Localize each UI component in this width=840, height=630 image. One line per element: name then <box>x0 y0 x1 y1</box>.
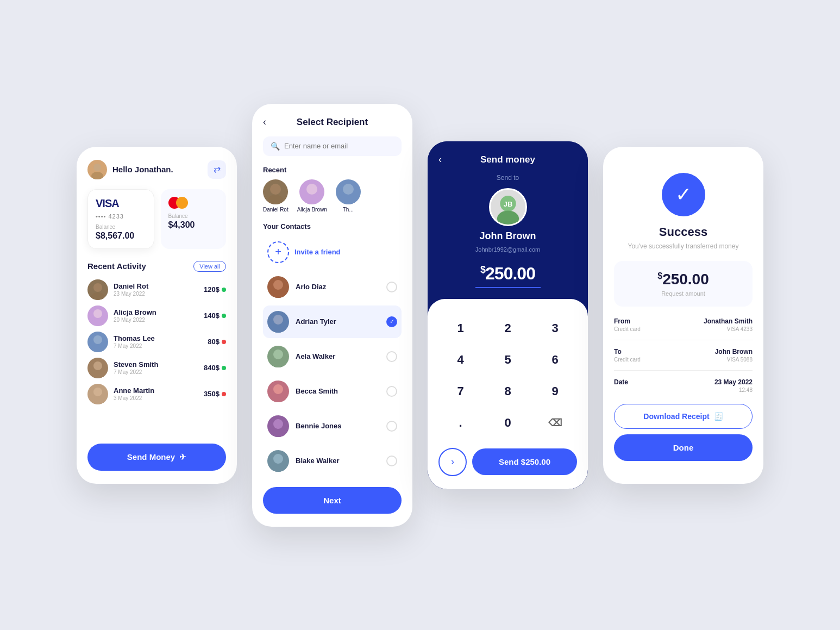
radio-becca[interactable] <box>386 386 397 397</box>
send-money-button[interactable]: Send Money ✈ <box>87 444 226 471</box>
recent-contacts: Daniel Rot Alicja Brown Th... <box>263 179 402 213</box>
activity-avatar-thomas <box>87 332 108 352</box>
numpad-6[interactable]: 6 <box>533 346 577 374</box>
detail-date-right: 23 May 2022 12:48 <box>714 378 753 393</box>
date-label: Date <box>614 378 628 386</box>
contact-name-bennie: Bennie Jones <box>296 422 380 430</box>
contact-item-blake[interactable]: Blake Walker <box>263 445 402 477</box>
visa-balance-label: Balance <box>96 224 146 230</box>
visa-card[interactable]: VISA •••• 4233 Balance $8,567.00 <box>87 189 154 249</box>
contact-item-aela[interactable]: Aela Walker <box>263 340 402 373</box>
download-receipt-button[interactable]: Download Receipt 🧾 <box>614 404 753 429</box>
svg-point-7 <box>91 345 104 352</box>
radio-adrian[interactable] <box>386 316 397 327</box>
activity-item: Daniel Rot 23 May 2022 120$ <box>87 279 226 300</box>
back-button-white[interactable]: ‹ <box>438 154 442 165</box>
numpad-delete[interactable]: ⌫ <box>533 409 577 437</box>
recent-contact-thomas[interactable]: Th... <box>336 179 361 213</box>
success-subtitle: You've successfully transferred money <box>628 242 739 250</box>
numpad-1[interactable]: 1 <box>438 314 482 342</box>
activity-list: Daniel Rot 23 May 2022 120$ Alicja Brown… <box>87 279 226 434</box>
svg-point-27 <box>271 429 285 437</box>
mc-balance-value: $4,300 <box>168 220 219 230</box>
svg-point-17 <box>341 195 356 204</box>
from-value: Jonathan Smith <box>704 317 753 325</box>
svg-point-25 <box>271 394 285 402</box>
activity-amount: 140$ <box>204 311 226 320</box>
activity-item: Thomas Lee 7 May 2022 80$ <box>87 332 226 352</box>
detail-to-right: John Brown VISA 5088 <box>715 348 753 363</box>
detail-row-to: To Credit card John Brown VISA 5088 <box>614 348 753 363</box>
visa-logo: VISA <box>96 197 146 210</box>
back-button[interactable]: ‹ <box>263 116 266 128</box>
contact-item-adrian[interactable]: Adrian Tyler <box>263 305 402 338</box>
svg-point-22 <box>273 350 283 359</box>
screen2-title: Select Recipient <box>297 117 368 128</box>
recipient-info: JB John Brown Johnbr1992@gmail.com <box>438 188 577 253</box>
download-icon: 🧾 <box>714 412 723 421</box>
numpad-4[interactable]: 4 <box>438 346 482 374</box>
contact-item-becca[interactable]: Becca Smith <box>263 375 402 408</box>
transfer-icon[interactable]: ⇄ <box>208 160 226 179</box>
card-dots: •••• 4233 <box>96 213 146 220</box>
amount-card: $250.00 Request amount <box>614 261 753 307</box>
detail-date-left: Date <box>614 378 628 386</box>
contact-name-aela: Aela Walker <box>296 352 380 360</box>
activity-avatar-daniel <box>87 279 108 300</box>
numpad-dot[interactable]: . <box>438 409 482 437</box>
activity-amount: 80$ <box>208 338 226 346</box>
numpad-0[interactable]: 0 <box>486 409 530 437</box>
invite-icon: + <box>267 241 289 263</box>
send-money-label: Send Money <box>127 452 175 461</box>
mc-card[interactable]: Balance $4,300 <box>161 189 227 249</box>
activity-date: 3 May 2022 <box>114 395 198 401</box>
numpad-2[interactable]: 2 <box>486 314 530 342</box>
recent-contact-alicja[interactable]: Alicja Brown <box>297 179 327 213</box>
numpad-3[interactable]: 3 <box>533 314 577 342</box>
numpad-8[interactable]: 8 <box>486 377 530 406</box>
screen-dashboard: Hello Jonathan. ⇄ VISA •••• 4233 Balance… <box>77 147 237 484</box>
contact-item-arlo[interactable]: Arlo Diaz <box>263 271 402 303</box>
radio-arlo[interactable] <box>386 282 397 292</box>
visa-balance-value: $8,567.00 <box>96 231 146 241</box>
view-all-button[interactable]: View all <box>193 261 226 272</box>
svg-point-20 <box>273 315 283 325</box>
date-sub: 12:48 <box>739 387 753 393</box>
radio-bennie[interactable] <box>386 421 397 432</box>
detail-rows: From Credit card Jonathan Smith VISA 423… <box>614 317 753 393</box>
contact-name-blake: Blake Walker <box>296 457 380 465</box>
radio-aela[interactable] <box>386 351 397 362</box>
numpad-9[interactable]: 9 <box>533 377 577 406</box>
send-arrow-button[interactable]: › <box>438 448 467 476</box>
header-left: Hello Jonathan. <box>87 160 173 179</box>
activity-date: 7 May 2022 <box>114 343 202 349</box>
contact-item-invite[interactable]: + Invite a friend <box>263 236 402 269</box>
next-button[interactable]: Next <box>263 487 402 514</box>
numpad-5[interactable]: 5 <box>486 346 530 374</box>
recent-avatar-daniel <box>263 179 288 204</box>
recent-label: Recent <box>263 166 402 174</box>
credit-dot <box>222 366 226 370</box>
contact-item-bennie[interactable]: Bennie Jones <box>263 410 402 442</box>
svg-point-4 <box>93 309 102 318</box>
numpad: 1 2 3 4 5 6 7 8 9 . 0 ⌫ <box>438 314 577 437</box>
screen3-title: Send money <box>480 154 535 165</box>
detail-row-date: Date 23 May 2022 12:48 <box>614 378 753 393</box>
recipient-name: John Brown <box>480 230 536 242</box>
numpad-7[interactable]: 7 <box>438 377 482 406</box>
activity-item: Anne Martin 3 May 2022 350$ <box>87 384 226 404</box>
recent-contact-daniel[interactable]: Daniel Rot <box>263 179 289 213</box>
done-button[interactable]: Done <box>614 434 753 461</box>
activity-date: 23 May 2022 <box>114 291 198 297</box>
radio-blake[interactable] <box>386 456 397 466</box>
detail-from-left: From Credit card <box>614 317 641 332</box>
send-main-button[interactable]: Send $250.00 <box>472 448 577 475</box>
amount-value: 250.00 <box>485 264 535 283</box>
search-icon: 🔍 <box>271 142 280 151</box>
screen3-header: ‹ Send money <box>438 154 577 165</box>
debit-dot <box>222 340 226 344</box>
recipient-email: Johnbr1992@gmail.com <box>475 246 540 253</box>
svg-point-1 <box>91 172 103 179</box>
search-input[interactable] <box>284 142 394 150</box>
to-value: John Brown <box>715 348 753 355</box>
